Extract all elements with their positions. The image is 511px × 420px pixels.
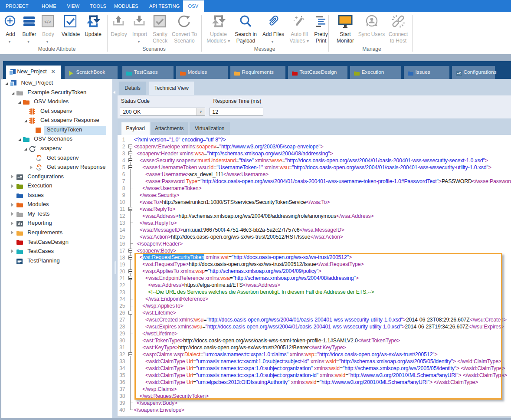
svg-text:</>: </>: [44, 19, 51, 24]
